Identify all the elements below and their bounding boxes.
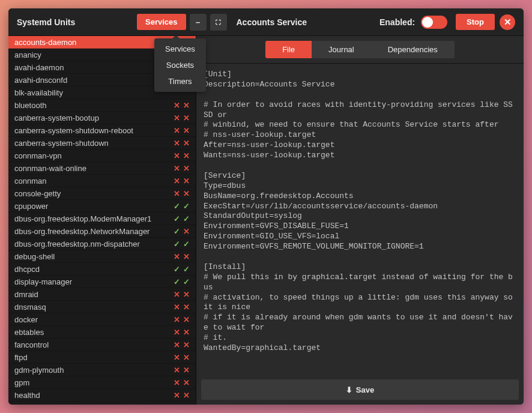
unit-list-item[interactable]: dhcpcd✓✓ xyxy=(8,263,196,276)
file-content[interactable]: [Unit] Description=Accounts Service # In… xyxy=(196,64,524,379)
units-filter-button[interactable]: Services xyxy=(137,14,186,30)
cross-icon: ✕ xyxy=(173,189,180,198)
cross-icon: ✕ xyxy=(183,176,190,185)
unit-list-item[interactable]: ftpd✕✕ xyxy=(8,351,196,364)
unit-list-item[interactable]: connman-wait-online✕✕ xyxy=(8,162,196,175)
unit-name: canberra-system-bootup xyxy=(14,113,173,122)
cross-icon: ✕ xyxy=(173,303,180,312)
app-title: Systemd Units xyxy=(17,17,137,27)
check-icon: ✓ xyxy=(183,277,190,286)
stop-button[interactable]: Stop xyxy=(456,14,495,30)
status-icons: ✕✕ xyxy=(173,303,190,312)
cross-icon: ✕ xyxy=(183,227,190,236)
status-icons: ✕✕ xyxy=(173,113,190,122)
unit-list-item[interactable]: connman✕✕ xyxy=(8,175,196,187)
tab-journal[interactable]: Journal xyxy=(312,41,371,58)
cross-icon: ✕ xyxy=(173,164,180,173)
unit-name: debug-shell xyxy=(14,252,173,261)
unit-list-item[interactable]: bluetooth✕✕ xyxy=(8,99,196,112)
unit-name: display-manager xyxy=(14,277,173,286)
maximize-button[interactable]: ⛶ xyxy=(210,14,227,31)
check-icon: ✓ xyxy=(173,202,180,211)
cross-icon: ✕ xyxy=(183,164,190,173)
cross-icon: ✕ xyxy=(173,126,180,135)
unit-list-item[interactable]: dbus-org.freedesktop.NetworkManager✓✕ xyxy=(8,225,196,238)
check-icon: ✓ xyxy=(173,240,180,249)
cross-icon: ✕ xyxy=(173,328,180,337)
unit-list-item[interactable]: canberra-system-bootup✕✕ xyxy=(8,112,196,124)
unit-list-item[interactable]: docker✕✕ xyxy=(8,313,196,326)
unit-list-item[interactable]: dmraid✕✕ xyxy=(8,288,196,301)
app-window: Systemd Units Services – ⛶ Accounts Serv… xyxy=(8,8,524,405)
close-button[interactable]: ✕ xyxy=(500,14,515,30)
status-icons: ✓✓ xyxy=(173,214,190,223)
status-icons: ✕✕ xyxy=(173,139,190,148)
unit-list-item[interactable]: canberra-system-shutdown✕✕ xyxy=(8,137,196,149)
status-icons: ✓✓ xyxy=(173,277,190,286)
status-icons: ✓✓ xyxy=(173,240,190,249)
unit-name: ftpd xyxy=(14,353,173,362)
tabs-bar: FileJournalDependencies xyxy=(196,36,524,64)
unit-list-item[interactable]: debug-shell✕✕ xyxy=(8,250,196,263)
unit-list-item[interactable]: healthd✕✕ xyxy=(8,389,196,402)
check-icon: ✓ xyxy=(183,202,190,211)
unit-name: dhcpcd xyxy=(14,265,173,274)
cross-icon: ✕ xyxy=(183,252,190,261)
cross-icon: ✕ xyxy=(183,378,190,387)
unit-list-item[interactable]: gdm-plymouth✕✕ xyxy=(8,364,196,376)
status-icons: ✕✕ xyxy=(173,366,190,375)
unit-list-item[interactable]: fancontrol✕✕ xyxy=(8,339,196,351)
dropdown-item-timers[interactable]: Timers xyxy=(154,73,206,89)
status-icons: ✕✕ xyxy=(173,164,190,173)
dropdown-item-services[interactable]: Services xyxy=(154,41,206,57)
unit-list-item[interactable]: dbus-org.freedesktop.nm-dispatcher✓✓ xyxy=(8,238,196,250)
cross-icon: ✕ xyxy=(183,126,190,135)
save-label: Save xyxy=(356,385,374,394)
status-icons: ✕✕ xyxy=(173,315,190,324)
tab-dependencies[interactable]: Dependencies xyxy=(371,41,455,58)
unit-name: cpupower xyxy=(14,202,173,211)
check-icon: ✓ xyxy=(183,214,190,223)
dropdown-item-sockets[interactable]: Sockets xyxy=(154,57,206,73)
unit-list-item[interactable]: gpm✕✕ xyxy=(8,376,196,389)
unit-name: bluetooth xyxy=(14,101,173,110)
cross-icon: ✕ xyxy=(173,139,180,148)
check-icon: ✓ xyxy=(183,265,190,274)
status-icons: ✕✕ xyxy=(173,391,190,400)
status-icons: ✕✕ xyxy=(173,252,190,261)
unit-name: canberra-system-shutdown-reboot xyxy=(14,126,173,135)
cross-icon: ✕ xyxy=(173,378,180,387)
cross-icon: ✕ xyxy=(183,315,190,324)
cross-icon: ✕ xyxy=(183,353,190,362)
unit-list-item[interactable]: canberra-system-shutdown-reboot✕✕ xyxy=(8,124,196,137)
enabled-toggle[interactable] xyxy=(421,16,447,29)
check-icon: ✓ xyxy=(173,227,180,236)
minimize-button[interactable]: – xyxy=(190,14,207,31)
status-icons: ✕✕ xyxy=(173,176,190,185)
cross-icon: ✕ xyxy=(173,151,180,160)
unit-list-item[interactable]: dnsmasq✕✕ xyxy=(8,301,196,313)
status-icons: ✕✕ xyxy=(173,290,190,299)
unit-list-item[interactable]: cpupower✓✓ xyxy=(8,200,196,213)
tab-file[interactable]: File xyxy=(265,41,312,58)
unit-list-item[interactable]: console-getty✕✕ xyxy=(8,187,196,200)
enabled-label: Enabled: xyxy=(379,17,415,27)
unit-name: connman-wait-online xyxy=(14,164,173,173)
status-icons: ✕✕ xyxy=(173,101,190,110)
status-icons: ✕✕ xyxy=(173,328,190,337)
cross-icon: ✕ xyxy=(183,391,190,400)
cross-icon: ✕ xyxy=(183,151,190,160)
unit-list-item[interactable]: ebtables✕✕ xyxy=(8,326,196,339)
unit-name: dbus-org.freedesktop.NetworkManager xyxy=(14,227,173,236)
cross-icon: ✕ xyxy=(173,366,180,375)
save-button[interactable]: ⬇ Save xyxy=(201,379,519,400)
cross-icon: ✕ xyxy=(183,290,190,299)
check-icon: ✓ xyxy=(173,265,180,274)
unit-list-item[interactable]: display-manager✓✓ xyxy=(8,276,196,288)
unit-name: dbus-org.freedesktop.nm-dispatcher xyxy=(14,240,173,249)
cross-icon: ✕ xyxy=(183,340,190,349)
unit-list-item[interactable]: dbus-org.freedesktop.ModemManager1✓✓ xyxy=(8,213,196,225)
cross-icon: ✕ xyxy=(173,340,180,349)
unit-list-item[interactable]: connman-vpn✕✕ xyxy=(8,149,196,162)
service-title: Accounts Service xyxy=(237,17,307,27)
